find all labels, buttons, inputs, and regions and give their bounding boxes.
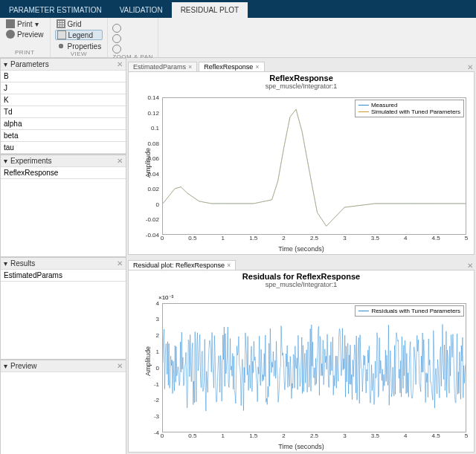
panel-title-experiments: Experiments: [10, 157, 52, 165]
zoom-out-icon[interactable]: [112, 34, 121, 43]
tab-residual-plot[interactable]: RESIDUAL PLOT: [172, 2, 248, 18]
print-preview-button[interactable]: Preview: [4, 30, 45, 39]
doc-tab-reflex-response[interactable]: ReflexResponse×: [199, 62, 264, 71]
close-icon[interactable]: ✕: [117, 60, 123, 68]
close-icon[interactable]: ✕: [117, 362, 123, 370]
tab-parameter-estimation[interactable]: PARAMETER ESTIMATION: [0, 2, 111, 18]
parameter-row[interactable]: J: [1, 82, 126, 94]
properties-label: Properties: [68, 42, 102, 51]
eye-icon: [6, 30, 15, 39]
plot-title: ReflexResponse: [129, 72, 474, 82]
gear-icon: [57, 42, 65, 51]
grid-label: Grid: [68, 20, 82, 28]
legend-icon: [57, 30, 66, 39]
chevron-down-icon[interactable]: ▾: [4, 362, 7, 370]
parameter-row[interactable]: B: [1, 71, 126, 82]
legend-entry: Measured: [371, 102, 398, 108]
properties-button[interactable]: Properties: [55, 42, 103, 51]
doc-tab-estimated-params[interactable]: EstimatedParams×: [128, 62, 197, 71]
grid-icon: [57, 19, 65, 28]
legend-box[interactable]: Measured Simulated with Tuned Parameters: [355, 100, 464, 117]
legend-toggle[interactable]: Legend: [55, 30, 103, 40]
x-axis-label: Time (seconds): [278, 245, 324, 253]
parameters-panel: ▾Parameters✕ BJKTdalphabetatau: [0, 58, 126, 155]
close-icon[interactable]: ×: [227, 262, 231, 269]
doc-tab-residual-plot[interactable]: Residual plot: ReflexResponse×: [128, 260, 236, 270]
parameter-row[interactable]: Td: [1, 106, 126, 118]
legend-swatch-icon: [358, 105, 369, 106]
plot-subtitle: spe_muscle/Integrator:1: [129, 281, 474, 288]
chevron-down-icon[interactable]: ▾: [4, 60, 7, 68]
sidebar: ▾Parameters✕ BJKTdalphabetatau ▾Experime…: [0, 58, 126, 454]
doc-tab-label: Residual plot: ReflexResponse: [133, 262, 225, 269]
close-icon[interactable]: ×: [188, 63, 192, 71]
parameter-row[interactable]: beta: [1, 130, 126, 142]
group-label-view: VIEW: [55, 51, 103, 57]
residuals-plot[interactable]: Residuals for ReflexResponse spe_muscle/…: [128, 270, 475, 453]
zoom-in-icon[interactable]: [112, 24, 121, 33]
close-icon[interactable]: ×: [255, 63, 259, 71]
parameter-row[interactable]: alpha: [1, 118, 126, 130]
chevron-down-icon[interactable]: ▾: [4, 259, 7, 267]
print-button[interactable]: Print▾: [4, 19, 45, 28]
close-icon[interactable]: ✕: [467, 262, 473, 270]
app-tabstrip: PARAMETER ESTIMATION VALIDATION RESIDUAL…: [0, 0, 476, 18]
legend-box[interactable]: Residuals with Tuned Parameters: [355, 305, 464, 317]
plot-subtitle: spe_muscle/Integrator:1: [129, 82, 474, 90]
chevron-down-icon[interactable]: ▾: [4, 157, 7, 165]
pan-icon[interactable]: [112, 45, 121, 53]
print-label: Print: [17, 20, 33, 28]
panel-title-parameters: Parameters: [10, 60, 49, 68]
legend-swatch-icon: [358, 111, 369, 112]
dropdown-caret-icon: ▾: [35, 20, 39, 28]
legend-entry: Residuals with Tuned Parameters: [371, 308, 460, 314]
legend-label: Legend: [68, 31, 93, 39]
results-panel: ▾Results✕ EstimatedParams: [0, 257, 126, 360]
preview-panel: ▾Preview✕: [0, 360, 126, 454]
plot-title: Residuals for ReflexResponse: [129, 270, 474, 281]
parameter-row[interactable]: tau: [1, 142, 126, 154]
x-axis-label: Time (seconds): [278, 443, 324, 450]
experiments-panel: ▾Experiments✕ ReflexResponse: [0, 155, 126, 257]
grid-toggle[interactable]: Grid: [55, 19, 103, 28]
reflex-response-plot[interactable]: ReflexResponse spe_muscle/Integrator:1 A…: [128, 71, 475, 255]
preview-label: Preview: [17, 30, 44, 39]
y-axis-scale: ×10⁻³: [158, 294, 173, 301]
doc-tab-label: EstimatedParams: [133, 63, 186, 71]
printer-icon: [6, 19, 15, 28]
toolstrip: Print▾ Preview PRINT Grid Legend Propert…: [0, 18, 476, 58]
legend-swatch-icon: [358, 311, 369, 311]
panel-title-preview: Preview: [10, 362, 37, 370]
document-tabs-top: EstimatedParams× ReflexResponse× ✕: [126, 58, 476, 71]
panel-title-results: Results: [10, 259, 35, 267]
group-label-print: PRINT: [4, 49, 45, 56]
doc-tab-label: ReflexResponse: [204, 63, 253, 71]
close-icon[interactable]: ✕: [117, 259, 123, 267]
tab-validation[interactable]: VALIDATION: [111, 2, 172, 18]
parameter-row[interactable]: K: [1, 94, 126, 106]
close-icon[interactable]: ✕: [467, 63, 473, 71]
experiment-row[interactable]: ReflexResponse: [1, 167, 126, 179]
close-icon[interactable]: ✕: [117, 157, 123, 165]
document-tabs-bottom: Residual plot: ReflexResponse× ✕: [126, 256, 476, 270]
legend-entry: Simulated with Tuned Parameters: [371, 108, 460, 115]
result-row[interactable]: EstimatedParams: [1, 270, 126, 282]
